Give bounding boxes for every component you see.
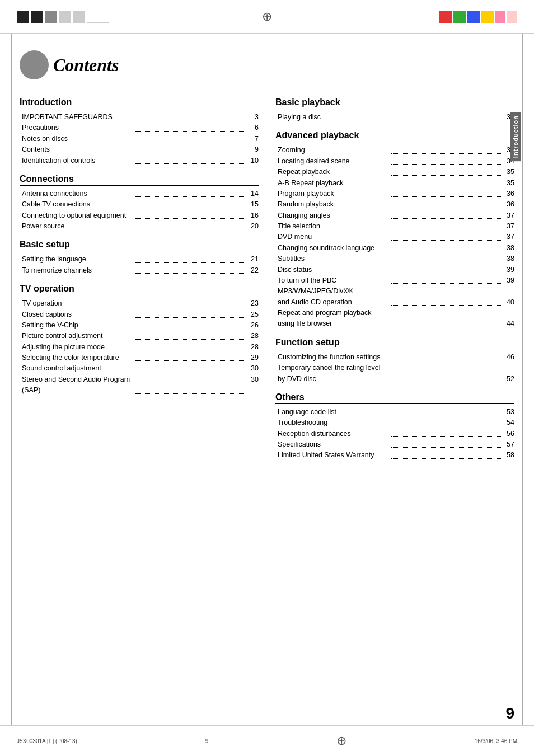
toc-entry-page: 57 — [503, 439, 514, 450]
toc-entry-label: IMPORTANT SAFEGUARDS — [22, 112, 134, 123]
toc-entry-label: A-B Repeat playback — [278, 178, 390, 189]
toc-entry-page: 35 — [503, 167, 514, 177]
toc-entry-label: Closed captions — [22, 309, 134, 320]
toc-entry-page: 37 — [503, 232, 514, 242]
toc-entry: Limited United States Warranty58 — [275, 450, 514, 461]
color-block-green — [453, 11, 466, 23]
toc-entry-page: 52 — [503, 374, 514, 384]
toc-dots — [135, 211, 247, 219]
toc-entry-label: Notes on discs — [22, 134, 134, 144]
toc-entry-label: Random playback — [278, 199, 390, 210]
toc-entry-label: Limited United States Warranty — [278, 450, 390, 461]
color-block-light — [507, 11, 517, 23]
toc-entry: Adjusting the picture mode28 — [20, 342, 259, 353]
toc-entry: Repeat and program playback — [275, 308, 514, 318]
toc-entry-label: Specifications — [278, 439, 390, 450]
toc-entry-page: 26 — [247, 320, 259, 331]
toc-dots — [391, 200, 503, 208]
toc-entry-label: Subtitles — [278, 253, 390, 264]
contents-title-wrap: Contents — [20, 50, 514, 79]
toc-entry-label: Selecting the color temperature — [22, 353, 134, 363]
header-block-5 — [73, 11, 85, 23]
toc-entry-page: 39 — [503, 275, 514, 286]
toc-entry-page: 35 — [503, 178, 514, 189]
toc-entry-label: Disc status — [278, 265, 390, 275]
toc-entry: Notes on discs7 — [20, 134, 259, 144]
toc-entry: Title selection37 — [275, 221, 514, 232]
toc-dots — [135, 266, 247, 274]
toc-entry-page: 29 — [247, 353, 259, 363]
toc-entry-label: Repeat playback — [278, 167, 390, 177]
toc-dots — [391, 255, 503, 262]
two-column-layout: Introduction IMPORTANT SAFEGUARDS3Precau… — [20, 90, 514, 461]
toc-entry-page: 3 — [247, 112, 259, 123]
toc-entry-page: 7 — [247, 134, 259, 144]
toc-entry-page: 9 — [247, 144, 259, 155]
toc-entry-label: Picture control adjustment — [22, 331, 134, 341]
section-heading-function-setup: Function setup — [275, 337, 514, 349]
toc-dots — [135, 364, 247, 372]
toc-dots — [135, 310, 247, 318]
toc-dots — [135, 321, 247, 329]
toc-entry-label: Customizing the function settings — [278, 352, 390, 363]
toc-entry-page: 58 — [503, 450, 514, 461]
toc-entry: Setting the V-Chip26 — [20, 320, 259, 331]
toc-dots — [391, 451, 503, 459]
section-heading-basic-playback: Basic playback — [275, 97, 514, 109]
toc-entry: MP3/WMA/JPEG/DivX® — [275, 286, 514, 297]
toc-entry-page: 36 — [503, 199, 514, 210]
section-heading-basic-setup: Basic setup — [20, 240, 259, 251]
toc-dots — [135, 299, 247, 307]
main-content: Contents Introduction IMPORTANT SAFEGUAR… — [20, 34, 514, 506]
contents-oval-icon — [20, 50, 49, 79]
toc-dots — [391, 298, 503, 306]
header-right-pattern — [439, 11, 517, 23]
side-line-left — [11, 0, 12, 756]
toc-entry: Repeat playback35 — [275, 167, 514, 177]
toc-dots — [135, 354, 247, 361]
toc-dots — [391, 157, 503, 165]
toc-entry-page: 14 — [247, 189, 259, 199]
toc-entry: Setting the language21 — [20, 254, 259, 265]
toc-dots — [391, 243, 503, 251]
toc-entry: Subtitles38 — [275, 253, 514, 264]
col-left: Introduction IMPORTANT SAFEGUARDS3Precau… — [20, 90, 259, 461]
toc-others: Language code list53Troubleshooting54Rec… — [275, 407, 514, 461]
toc-entry: Changing soundtrack language38 — [275, 243, 514, 253]
toc-entry-page: 37 — [503, 221, 514, 232]
toc-entry-page: 40 — [503, 297, 514, 308]
toc-entry-label: DVD menu — [278, 232, 390, 242]
toc-entry-page: 38 — [503, 243, 514, 253]
toc-dots — [391, 168, 503, 176]
toc-entry-label: Setting the language — [22, 254, 134, 265]
toc-dots — [135, 222, 247, 230]
header-block-2 — [31, 11, 43, 23]
contents-title: Contents — [53, 55, 119, 76]
toc-entry: Picture control adjustment28 — [20, 331, 259, 341]
toc-dots — [391, 374, 503, 382]
footer-right: 16/3/06, 3:46 PM — [475, 738, 517, 744]
toc-entry: Customizing the function settings46 — [275, 352, 514, 363]
toc-entry-label: Precautions — [22, 123, 134, 133]
toc-entry: A-B Repeat playback35 — [275, 178, 514, 189]
toc-dots — [135, 124, 247, 132]
section-heading-advanced-playback: Advanced playback — [275, 130, 514, 142]
footer-bar: J5X00301A [E] (P08-13) 9 ⊕ 16/3/06, 3:46… — [0, 725, 534, 756]
toc-dots — [135, 156, 247, 164]
toc-entry: Stereo and Second Audio Program (SAP)30 — [20, 374, 259, 396]
toc-entry: Zooming34 — [275, 145, 514, 156]
section-heading-connections: Connections — [20, 174, 259, 186]
toc-entry-page: 28 — [247, 331, 259, 341]
toc-entry-label: MP3/WMA/JPEG/DivX® — [278, 286, 514, 297]
toc-entry-page: 46 — [503, 352, 514, 363]
toc-entry-label: Zooming — [278, 145, 390, 156]
toc-dots — [391, 146, 503, 154]
toc-entry-label: Changing soundtrack language — [278, 243, 390, 253]
toc-entry: Specifications57 — [275, 439, 514, 450]
toc-entry-page: 36 — [503, 189, 514, 199]
page-number: 9 — [505, 705, 514, 722]
toc-basic-setup: Setting the language21To memorize channe… — [20, 254, 259, 276]
toc-introduction: IMPORTANT SAFEGUARDS3Precautions6Notes o… — [20, 112, 259, 166]
toc-entry: IMPORTANT SAFEGUARDS3 — [20, 112, 259, 123]
color-block-blue — [467, 11, 480, 23]
